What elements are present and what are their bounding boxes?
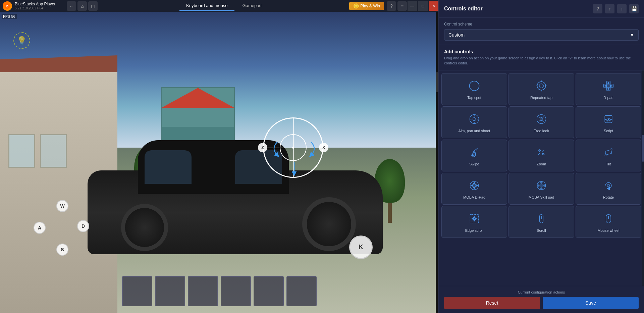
- car-wheel-left: [121, 204, 168, 251]
- w-key[interactable]: W: [56, 200, 68, 212]
- zoom-label: Zoom: [537, 162, 546, 166]
- minimize-button[interactable]: —: [408, 1, 417, 11]
- svg-point-23: [539, 150, 540, 151]
- rotate-icon: [601, 178, 616, 193]
- free-look-label: Free look: [534, 128, 549, 133]
- car-body: [88, 170, 383, 254]
- swipe-control[interactable]: Swipe: [441, 140, 507, 171]
- svg-marker-43: [475, 218, 477, 220]
- app-name: BlueStacks App Player: [15, 2, 55, 6]
- svg-point-4: [539, 84, 544, 88]
- restore-button[interactable]: □: [418, 1, 428, 11]
- action-slot-5[interactable]: [254, 276, 284, 306]
- panel-save-icon-button[interactable]: 💾: [629, 4, 639, 13]
- panel-header-icons: ? ↑ ↓ 💾: [593, 4, 639, 13]
- dropdown-chevron: ▼: [630, 32, 634, 38]
- moba-skill-pad-label: MOBA Skill pad: [529, 195, 554, 200]
- reset-button[interactable]: Reset: [444, 297, 540, 309]
- scroll-icon: [534, 211, 549, 226]
- joystick-inner-ring: [280, 134, 307, 161]
- play-win-button[interactable]: 🪙 Play & Win: [349, 2, 384, 10]
- moba-dpad-control[interactable]: MOBA D-Pad: [441, 173, 507, 205]
- tilt-control[interactable]: Tilt: [576, 140, 641, 171]
- x-key-marker: X: [319, 143, 328, 152]
- dpad-label: D-pad: [603, 95, 613, 100]
- mouse-wheel-control[interactable]: Mouse wheel: [576, 206, 641, 238]
- svg-point-2: [470, 81, 479, 91]
- script-control[interactable]: </> Script: [576, 106, 641, 138]
- svg-rect-25: [605, 150, 612, 155]
- save-button[interactable]: Save: [543, 297, 639, 309]
- aim-pan-shoot-control[interactable]: Aim, pan and shoot: [441, 106, 507, 138]
- lightbulb-icon[interactable]: 💡: [13, 32, 30, 49]
- house-roof: [161, 88, 235, 108]
- dpad-control[interactable]: D-pad: [576, 73, 641, 105]
- action-slot-1[interactable]: [122, 276, 152, 306]
- panel-export-button[interactable]: ↓: [617, 4, 627, 13]
- svg-point-33: [540, 184, 543, 188]
- action-slot-4[interactable]: [221, 276, 251, 306]
- moba-skill-pad-icon: [534, 178, 549, 193]
- help-button[interactable]: ?: [387, 1, 396, 11]
- svg-point-3: [537, 82, 545, 90]
- script-icon: </>: [601, 112, 616, 126]
- svg-marker-29: [473, 188, 475, 189]
- zoom-icon: [534, 145, 549, 160]
- panel-import-button[interactable]: ↑: [605, 4, 614, 13]
- action-slot-2[interactable]: [155, 276, 185, 306]
- moba-dpad-icon: [467, 178, 482, 193]
- control-scheme-section: Control scheme Custom ▼: [439, 18, 644, 45]
- panel-help-button[interactable]: ?: [593, 4, 602, 13]
- scheme-dropdown[interactable]: Custom ▼: [444, 29, 639, 41]
- free-look-control[interactable]: Free look: [508, 106, 574, 138]
- tab-gamepad[interactable]: Gamepad: [236, 1, 268, 11]
- svg-point-12: [473, 118, 476, 121]
- svg-rect-39: [470, 215, 478, 223]
- tap-spot-control[interactable]: Tap spot: [441, 73, 507, 105]
- swipe-icon: [467, 145, 482, 160]
- window: [8, 134, 35, 168]
- edge-scroll-icon: [467, 211, 482, 226]
- aim-pan-shoot-label: Aim, pan and shoot: [459, 128, 490, 133]
- free-look-icon: [534, 112, 549, 126]
- add-controls-title: Add controls: [444, 49, 639, 54]
- panel-header: Controls editor ? ↑ ↓ 💾: [439, 0, 644, 18]
- moba-skill-pad-control[interactable]: MOBA Skill pad: [508, 173, 574, 205]
- a-key[interactable]: A: [34, 222, 46, 234]
- d-key[interactable]: D: [77, 220, 89, 232]
- close-button[interactable]: ✕: [429, 1, 438, 11]
- rotate-control[interactable]: Rotate: [576, 173, 641, 205]
- k-key[interactable]: K: [349, 236, 373, 259]
- svg-rect-22: [473, 152, 475, 157]
- controls-grid: Tap spot Repeated tap: [439, 70, 644, 286]
- mouse-wheel-icon: [601, 211, 616, 226]
- repeated-tap-icon: [534, 79, 549, 93]
- controls-row-5: Edge scroll Scroll: [441, 206, 641, 238]
- action-slot-3[interactable]: [188, 276, 218, 306]
- s-key[interactable]: S: [56, 244, 68, 256]
- repeated-tap-control[interactable]: Repeated tap: [508, 73, 574, 105]
- home-button[interactable]: ⌂: [77, 1, 87, 11]
- tab-keyboard-mouse[interactable]: Keyboard and mouse: [179, 1, 234, 11]
- hamburger-menu[interactable]: ≡: [397, 1, 407, 11]
- fps-counter: FPS 56: [2, 14, 17, 19]
- zoom-control[interactable]: Zoom: [508, 140, 574, 171]
- z-key-marker: Z: [258, 143, 267, 152]
- bluestacks-logo: B: [3, 1, 12, 11]
- back-button[interactable]: ←: [67, 1, 76, 11]
- edge-scroll-control[interactable]: Edge scroll: [441, 206, 507, 238]
- controls-scrollbar-track: [642, 70, 644, 286]
- tap-spot-label: Tap spot: [467, 95, 481, 100]
- joystick-overlay[interactable]: Z X: [263, 117, 323, 178]
- svg-marker-28: [473, 182, 475, 184]
- game-scrollbar-thumb: [436, 72, 438, 92]
- game-scrollbar-track: [436, 12, 438, 313]
- joystick-center: [292, 147, 294, 149]
- panel-title: Controls editor: [444, 6, 483, 12]
- action-slot-6[interactable]: [286, 276, 317, 306]
- controls-scrollbar-thumb[interactable]: [642, 135, 644, 162]
- screenshot-button[interactable]: ◻: [88, 1, 98, 11]
- moba-dpad-label: MOBA D-Pad: [463, 195, 485, 200]
- scroll-control[interactable]: Scroll: [508, 206, 574, 238]
- tilt-icon: [601, 145, 616, 160]
